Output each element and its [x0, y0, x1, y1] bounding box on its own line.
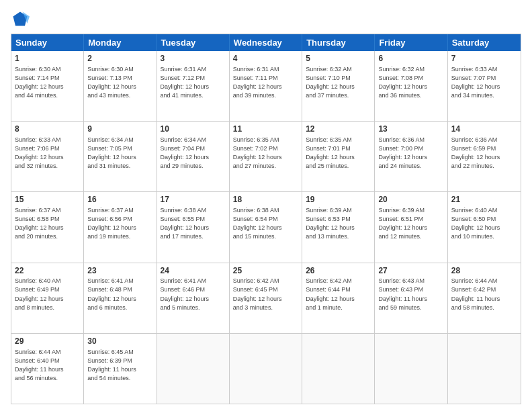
day-number: 2: [87, 53, 152, 64]
day-info: Sunrise: 6:37 AM Sunset: 6:58 PM Dayligh…: [15, 206, 80, 241]
day-number: 17: [161, 194, 226, 205]
day-2: 2Sunrise: 6:30 AM Sunset: 7:13 PM Daylig…: [84, 51, 157, 121]
empty-cell: [157, 334, 230, 404]
calendar-header: SundayMondayTuesdayWednesdayThursdayFrid…: [11, 34, 521, 51]
calendar-week-4: 22Sunrise: 6:40 AM Sunset: 6:49 PM Dayli…: [11, 263, 521, 333]
day-number: 18: [233, 194, 298, 205]
header-day-sunday: Sunday: [11, 34, 84, 51]
day-info: Sunrise: 6:32 AM Sunset: 7:10 PM Dayligh…: [306, 65, 371, 100]
day-info: Sunrise: 6:45 AM Sunset: 6:39 PM Dayligh…: [87, 348, 152, 383]
day-info: Sunrise: 6:35 AM Sunset: 7:01 PM Dayligh…: [306, 136, 371, 171]
day-number: 19: [306, 194, 371, 205]
day-info: Sunrise: 6:36 AM Sunset: 6:59 PM Dayligh…: [451, 136, 517, 171]
day-number: 11: [233, 124, 298, 135]
logo: [11, 9, 32, 28]
day-info: Sunrise: 6:41 AM Sunset: 6:48 PM Dayligh…: [87, 277, 152, 312]
day-16: 16Sunrise: 6:37 AM Sunset: 6:56 PM Dayli…: [84, 192, 157, 262]
day-1: 1Sunrise: 6:30 AM Sunset: 7:14 PM Daylig…: [11, 51, 84, 121]
day-26: 26Sunrise: 6:42 AM Sunset: 6:44 PM Dayli…: [302, 263, 375, 333]
page: SundayMondayTuesdayWednesdayThursdayFrid…: [0, 0, 532, 411]
day-6: 6Sunrise: 6:32 AM Sunset: 7:08 PM Daylig…: [375, 51, 447, 121]
day-28: 28Sunrise: 6:44 AM Sunset: 6:42 PM Dayli…: [448, 263, 521, 333]
day-info: Sunrise: 6:40 AM Sunset: 6:49 PM Dayligh…: [15, 277, 80, 312]
day-24: 24Sunrise: 6:41 AM Sunset: 6:46 PM Dayli…: [157, 263, 230, 333]
day-number: 13: [378, 124, 443, 135]
day-info: Sunrise: 6:36 AM Sunset: 7:00 PM Dayligh…: [378, 136, 443, 171]
day-info: Sunrise: 6:33 AM Sunset: 7:07 PM Dayligh…: [451, 65, 517, 100]
day-info: Sunrise: 6:44 AM Sunset: 6:42 PM Dayligh…: [451, 277, 517, 312]
day-info: Sunrise: 6:39 AM Sunset: 6:51 PM Dayligh…: [378, 206, 443, 241]
day-info: Sunrise: 6:31 AM Sunset: 7:11 PM Dayligh…: [233, 65, 298, 100]
empty-cell: [230, 334, 302, 404]
day-14: 14Sunrise: 6:36 AM Sunset: 6:59 PM Dayli…: [448, 122, 521, 191]
day-info: Sunrise: 6:43 AM Sunset: 6:43 PM Dayligh…: [378, 277, 443, 312]
day-25: 25Sunrise: 6:42 AM Sunset: 6:45 PM Dayli…: [230, 263, 302, 333]
day-18: 18Sunrise: 6:38 AM Sunset: 6:54 PM Dayli…: [230, 192, 302, 262]
day-info: Sunrise: 6:35 AM Sunset: 7:02 PM Dayligh…: [233, 136, 298, 171]
day-19: 19Sunrise: 6:39 AM Sunset: 6:53 PM Dayli…: [302, 192, 375, 262]
day-13: 13Sunrise: 6:36 AM Sunset: 7:00 PM Dayli…: [375, 122, 447, 191]
calendar-week-5: 29Sunrise: 6:44 AM Sunset: 6:40 PM Dayli…: [11, 333, 521, 404]
day-info: Sunrise: 6:41 AM Sunset: 6:46 PM Dayligh…: [161, 277, 226, 312]
day-number: 12: [306, 124, 371, 135]
day-info: Sunrise: 6:40 AM Sunset: 6:50 PM Dayligh…: [451, 206, 517, 241]
day-23: 23Sunrise: 6:41 AM Sunset: 6:48 PM Dayli…: [84, 263, 157, 333]
day-number: 10: [161, 124, 226, 135]
day-22: 22Sunrise: 6:40 AM Sunset: 6:49 PM Dayli…: [11, 263, 84, 333]
calendar-body: 1Sunrise: 6:30 AM Sunset: 7:14 PM Daylig…: [11, 51, 521, 404]
day-15: 15Sunrise: 6:37 AM Sunset: 6:58 PM Dayli…: [11, 192, 84, 262]
header-day-friday: Friday: [375, 34, 447, 51]
day-number: 6: [378, 53, 443, 64]
day-info: Sunrise: 6:30 AM Sunset: 7:13 PM Dayligh…: [87, 65, 152, 100]
day-number: 7: [451, 53, 517, 64]
day-9: 9Sunrise: 6:34 AM Sunset: 7:05 PM Daylig…: [84, 122, 157, 191]
day-number: 26: [306, 265, 371, 277]
day-21: 21Sunrise: 6:40 AM Sunset: 6:50 PM Dayli…: [448, 192, 521, 262]
day-info: Sunrise: 6:32 AM Sunset: 7:08 PM Dayligh…: [378, 65, 443, 100]
day-info: Sunrise: 6:34 AM Sunset: 7:04 PM Dayligh…: [161, 136, 226, 171]
day-info: Sunrise: 6:34 AM Sunset: 7:05 PM Dayligh…: [87, 136, 152, 171]
day-number: 27: [378, 265, 443, 277]
header-day-tuesday: Tuesday: [157, 34, 230, 51]
calendar-week-2: 8Sunrise: 6:33 AM Sunset: 7:06 PM Daylig…: [11, 121, 521, 191]
calendar: SundayMondayTuesdayWednesdayThursdayFrid…: [11, 34, 521, 404]
day-20: 20Sunrise: 6:39 AM Sunset: 6:51 PM Dayli…: [375, 192, 447, 262]
header-day-monday: Monday: [84, 34, 157, 51]
day-info: Sunrise: 6:31 AM Sunset: 7:12 PM Dayligh…: [161, 65, 226, 100]
empty-cell: [375, 334, 447, 404]
day-8: 8Sunrise: 6:33 AM Sunset: 7:06 PM Daylig…: [11, 122, 84, 191]
day-number: 22: [15, 265, 80, 277]
day-7: 7Sunrise: 6:33 AM Sunset: 7:07 PM Daylig…: [448, 51, 521, 121]
day-info: Sunrise: 6:38 AM Sunset: 6:55 PM Dayligh…: [161, 206, 226, 241]
day-number: 29: [15, 336, 80, 347]
logo-icon: [11, 9, 30, 28]
calendar-week-3: 15Sunrise: 6:37 AM Sunset: 6:58 PM Dayli…: [11, 191, 521, 262]
header-day-wednesday: Wednesday: [230, 34, 302, 51]
day-number: 21: [451, 194, 517, 205]
day-number: 5: [306, 53, 371, 64]
header: [11, 9, 521, 28]
day-info: Sunrise: 6:33 AM Sunset: 7:06 PM Dayligh…: [15, 136, 80, 171]
day-number: 1: [15, 53, 80, 64]
day-info: Sunrise: 6:30 AM Sunset: 7:14 PM Dayligh…: [15, 65, 80, 100]
day-info: Sunrise: 6:38 AM Sunset: 6:54 PM Dayligh…: [233, 206, 298, 241]
header-day-saturday: Saturday: [448, 34, 521, 51]
day-info: Sunrise: 6:37 AM Sunset: 6:56 PM Dayligh…: [87, 206, 152, 241]
day-info: Sunrise: 6:39 AM Sunset: 6:53 PM Dayligh…: [306, 206, 371, 241]
day-number: 9: [87, 124, 152, 135]
day-5: 5Sunrise: 6:32 AM Sunset: 7:10 PM Daylig…: [302, 51, 375, 121]
day-info: Sunrise: 6:44 AM Sunset: 6:40 PM Dayligh…: [15, 348, 80, 383]
day-29: 29Sunrise: 6:44 AM Sunset: 6:40 PM Dayli…: [11, 334, 84, 404]
day-number: 8: [15, 124, 80, 135]
day-number: 23: [87, 265, 152, 277]
day-number: 24: [161, 265, 226, 277]
day-number: 4: [233, 53, 298, 64]
day-number: 25: [233, 265, 298, 277]
day-12: 12Sunrise: 6:35 AM Sunset: 7:01 PM Dayli…: [302, 122, 375, 191]
day-info: Sunrise: 6:42 AM Sunset: 6:45 PM Dayligh…: [233, 277, 298, 312]
day-number: 14: [451, 124, 517, 135]
day-number: 20: [378, 194, 443, 205]
header-day-thursday: Thursday: [302, 34, 375, 51]
day-3: 3Sunrise: 6:31 AM Sunset: 7:12 PM Daylig…: [157, 51, 230, 121]
day-4: 4Sunrise: 6:31 AM Sunset: 7:11 PM Daylig…: [230, 51, 302, 121]
